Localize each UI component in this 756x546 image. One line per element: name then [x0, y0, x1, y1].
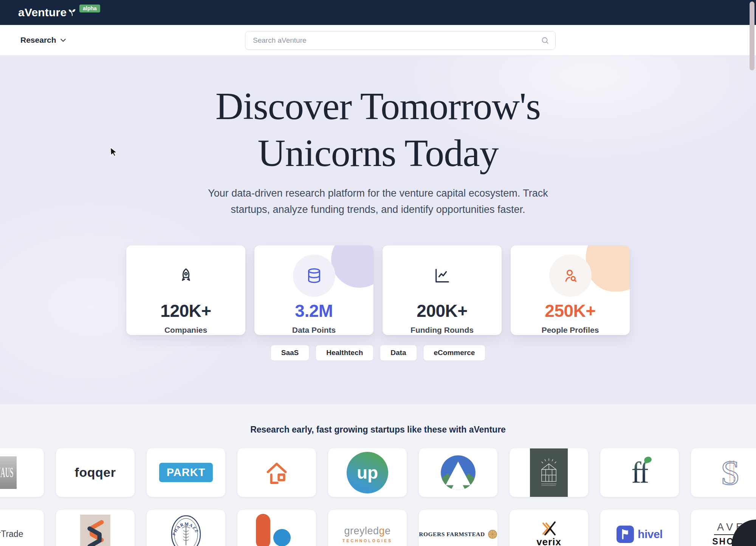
caduceus-seal: PHARMAZZ: [170, 514, 202, 546]
rogers-farmstead-logo: ROGERS FARMSTEAD: [419, 529, 497, 539]
search-input[interactable]: [245, 31, 556, 50]
stat-card-people-profiles: 250K+ People Profiles: [511, 245, 630, 335]
tag-pill-data[interactable]: Data: [380, 345, 417, 361]
logo-card-rogers-farmstead[interactable]: ROGERS FARMSTEAD: [418, 509, 498, 546]
stat-value: 250K+: [545, 301, 595, 321]
stat-label: Funding Rounds: [411, 326, 474, 335]
ff-logo: ff: [631, 458, 648, 488]
logo-card-house[interactable]: [237, 448, 316, 497]
stat-label: Data Points: [292, 326, 336, 335]
stat-value: 200K+: [417, 301, 467, 321]
logo-card-hex-s[interactable]: [56, 509, 135, 546]
tag-pill-ecommerce[interactable]: eCommerce: [423, 345, 486, 361]
logo-row-2: rTrade PHARMAZZ: [0, 509, 756, 546]
haus-logo: HAUS: [0, 456, 17, 489]
brand-logo[interactable]: aVenture alpha: [18, 5, 100, 20]
hivel-logo: hivel: [617, 526, 663, 543]
parkt-logo: PARKT: [159, 463, 213, 482]
sprout-icon: [67, 6, 77, 17]
logo-row-1: HAUS foqqer PARKT up: [0, 448, 756, 497]
interlocked-s-icon: [84, 518, 107, 546]
stat-card-companies: 120K+ Companies: [126, 245, 245, 335]
research-label: Research: [20, 36, 56, 45]
tag-pill-saas[interactable]: SaaS: [271, 345, 309, 361]
logo-card-hivel[interactable]: hivel: [600, 509, 679, 546]
interlocked-s-logo: [80, 515, 110, 546]
logo-card-parkt[interactable]: PARKT: [146, 448, 226, 497]
user-search-icon: [562, 267, 579, 284]
hero-section: Discover Tomorrow'sUnicorns Today Your d…: [0, 56, 756, 404]
decor-blob: [586, 245, 630, 292]
dotted-line: [730, 461, 730, 482]
alpha-badge: alpha: [79, 5, 100, 12]
tag-row: SaaS Healthtech Data eCommerce: [0, 345, 756, 361]
stat-label: Companies: [164, 326, 207, 335]
stat-value: 120K+: [160, 301, 211, 321]
stat-label: People Profiles: [542, 326, 599, 335]
chevron-down-icon: [60, 38, 66, 42]
stat-value: 3.2M: [295, 301, 333, 321]
decor-circle: [331, 245, 373, 288]
logo-card-greyledge[interactable]: greyledge TECHNOLOGIES: [328, 509, 407, 546]
hero-subtitle: Your data-driven research platform for t…: [0, 185, 756, 217]
showcase-heading: Research early, fast growing startups li…: [0, 425, 756, 435]
flag-icon: [617, 526, 634, 543]
up-logo: up: [347, 452, 388, 493]
stat-card-funding-rounds: 200K+ Funding Rounds: [383, 245, 502, 335]
brand-name: aVenture: [18, 5, 67, 20]
verix-logo: verix: [536, 520, 561, 546]
rtrade-logo: rTrade: [0, 529, 23, 540]
logo-card-greenhouse[interactable]: [509, 448, 589, 497]
logo-card-s[interactable]: S: [691, 448, 756, 497]
line-chart-icon: [434, 267, 451, 284]
rocket-icon: [177, 267, 195, 284]
stat-card-data-points: 3.2M Data Points: [254, 245, 373, 335]
foqqer-logo: foqqer: [75, 465, 116, 480]
logo-card-shapes[interactable]: [237, 509, 316, 546]
logo-card-up[interactable]: up: [328, 448, 407, 497]
logo-card-mountain[interactable]: [418, 448, 498, 497]
orange-house-icon: [260, 456, 293, 489]
search-bar: [245, 31, 556, 50]
nav-strip: Research: [0, 25, 756, 56]
logo-card-ff[interactable]: ff: [600, 448, 679, 497]
logo-card-rtrade[interactable]: rTrade: [0, 509, 44, 546]
stats-row: 120K+ Companies 3.2M Data Points: [0, 245, 756, 335]
wheel-emblem-icon: [488, 529, 497, 539]
greenhouse-icon: [536, 455, 562, 490]
tag-pill-healthtech[interactable]: Healthtech: [316, 345, 373, 361]
top-bar: aVenture alpha: [0, 0, 756, 25]
mountain-circle-icon: [439, 454, 477, 492]
dotted-line: [733, 461, 734, 482]
logo-card-pharmazz[interactable]: PHARMAZZ: [146, 509, 226, 546]
abstract-shapes-icon: [248, 509, 305, 546]
search-icon[interactable]: [541, 36, 550, 45]
greenhouse-logo: [530, 448, 568, 497]
double-chevron-x-icon: [540, 520, 558, 537]
outline-s-logo: S: [720, 455, 740, 490]
showcase-section: Research early, fast growing startups li…: [0, 404, 756, 546]
database-icon: [305, 267, 323, 284]
hero-title: Discover Tomorrow'sUnicorns Today: [0, 56, 756, 177]
greyledge-logo: greyledge TECHNOLOGIES: [342, 525, 392, 543]
logo-card-haus[interactable]: HAUS: [0, 448, 44, 497]
logo-card-verix[interactable]: verix: [509, 509, 589, 546]
scrollbar-thumb[interactable]: [750, 2, 754, 70]
research-menu[interactable]: Research: [20, 25, 66, 55]
logo-card-foqqer[interactable]: foqqer: [56, 448, 135, 497]
page: aVenture alpha Research Discover Tomorro…: [0, 0, 756, 546]
